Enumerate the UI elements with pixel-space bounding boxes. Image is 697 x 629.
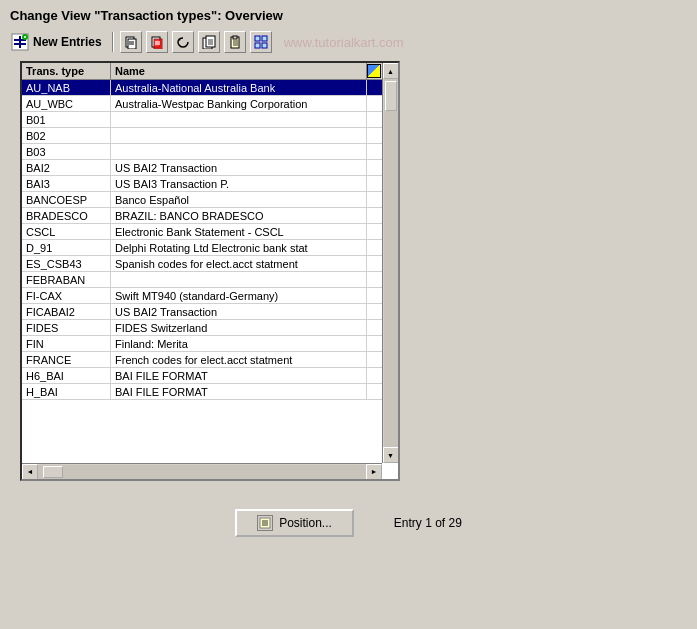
cell-name: Swift MT940 (standard-Germany) [111, 288, 367, 304]
col-header-sort[interactable] [366, 63, 382, 80]
scroll-left-btn[interactable]: ◄ [22, 464, 38, 480]
position-button[interactable]: Position... [235, 509, 354, 537]
table-row[interactable]: H6_BAIBAI FILE FORMAT [22, 368, 382, 384]
vertical-scrollbar[interactable]: ▲ ▼ [382, 63, 398, 463]
table-row[interactable]: FEBRABAN [22, 272, 382, 288]
table-row[interactable]: B01 [22, 112, 382, 128]
svg-rect-22 [233, 36, 237, 39]
new-entries-icon [10, 32, 30, 52]
watermark-text: www.tutorialkart.com [284, 35, 404, 50]
cell-type: BANCOESP [22, 192, 111, 208]
cell-extra [366, 96, 382, 112]
entry-info: Entry 1 of 29 [394, 516, 462, 530]
cell-name: Australia-Westpac Banking Corporation [111, 96, 367, 112]
delete-icon [150, 35, 164, 49]
svg-rect-29 [262, 43, 267, 48]
cell-extra [366, 304, 382, 320]
table-row[interactable]: FICABAI2US BAI2 Transaction [22, 304, 382, 320]
svg-rect-26 [255, 36, 260, 41]
cell-extra [366, 128, 382, 144]
cell-extra [366, 240, 382, 256]
cell-extra [366, 80, 382, 96]
transaction-table: Trans. type Name AU_NABAustralia-Nationa… [22, 63, 382, 400]
scroll-track-v[interactable] [384, 79, 398, 447]
main-window: Change View "Transaction types": Overvie… [0, 0, 697, 629]
table-row[interactable]: FI-CAXSwift MT940 (standard-Germany) [22, 288, 382, 304]
table-row[interactable]: FINFinland: Merita [22, 336, 382, 352]
table-row[interactable]: BANCOESPBanco Español [22, 192, 382, 208]
sort-icon[interactable] [367, 64, 381, 78]
svg-rect-3 [19, 36, 21, 48]
cell-type: FIN [22, 336, 111, 352]
table-row[interactable]: AU_WBCAustralia-Westpac Banking Corporat… [22, 96, 382, 112]
cell-type: B03 [22, 144, 111, 160]
position-button-label: Position... [279, 516, 332, 530]
cell-name: Electronic Bank Statement - CSCL [111, 224, 367, 240]
table-row[interactable]: CSCLElectronic Bank Statement - CSCL [22, 224, 382, 240]
toolbar-btn-6[interactable] [250, 31, 272, 53]
svg-rect-17 [206, 36, 215, 47]
cell-type: FEBRABAN [22, 272, 111, 288]
table-container: ▲ ▼ ◄ ► Tr [20, 61, 400, 481]
cell-extra [366, 208, 382, 224]
table-row[interactable]: BRADESCOBRAZIL: BANCO BRADESCO [22, 208, 382, 224]
cell-name: FIDES Switzerland [111, 320, 367, 336]
cell-extra [366, 160, 382, 176]
cell-name: Finland: Merita [111, 336, 367, 352]
cell-extra [366, 384, 382, 400]
table-row[interactable]: H_BAIBAI FILE FORMAT [22, 384, 382, 400]
toolbar-btn-1[interactable] [120, 31, 142, 53]
toolbar-separator-1 [112, 32, 114, 52]
cell-extra [366, 256, 382, 272]
new-entries-button[interactable]: New Entries [10, 32, 106, 52]
cell-extra [366, 272, 382, 288]
cell-extra [366, 176, 382, 192]
cell-type: H6_BAI [22, 368, 111, 384]
table-row[interactable]: AU_NABAustralia-National Australia Bank [22, 80, 382, 96]
scroll-up-btn[interactable]: ▲ [383, 63, 399, 79]
cell-extra [366, 368, 382, 384]
cell-name: BAI FILE FORMAT [111, 384, 367, 400]
cell-extra [366, 224, 382, 240]
scroll-thumb-h[interactable] [43, 466, 63, 478]
toolbar-btn-4[interactable] [198, 31, 220, 53]
cell-name: Banco Español [111, 192, 367, 208]
cell-type: BAI3 [22, 176, 111, 192]
scroll-thumb-v[interactable] [385, 81, 397, 111]
horizontal-scrollbar[interactable]: ◄ ► [22, 463, 382, 479]
cell-type: AU_WBC [22, 96, 111, 112]
table-row[interactable]: FIDESFIDES Switzerland [22, 320, 382, 336]
cell-type: FICABAI2 [22, 304, 111, 320]
cell-name [111, 112, 367, 128]
cell-type: ES_CSB43 [22, 256, 111, 272]
toolbar-btn-5[interactable] [224, 31, 246, 53]
cell-name: French codes for elect.acct statment [111, 352, 367, 368]
cell-name: BAI FILE FORMAT [111, 368, 367, 384]
cell-name: BRAZIL: BANCO BRADESCO [111, 208, 367, 224]
table-row[interactable]: D_91Delphi Rotating Ltd Electronic bank … [22, 240, 382, 256]
table-row[interactable]: FRANCEFrench codes for elect.acct statme… [22, 352, 382, 368]
scroll-right-btn[interactable]: ► [366, 464, 382, 480]
table-row[interactable]: BAI2US BAI2 Transaction [22, 160, 382, 176]
table-row[interactable]: B02 [22, 128, 382, 144]
scroll-down-btn[interactable]: ▼ [383, 447, 399, 463]
window-title: Change View "Transaction types": Overvie… [10, 8, 283, 23]
cell-extra [366, 288, 382, 304]
toolbar-btn-2[interactable] [146, 31, 168, 53]
table-row[interactable]: B03 [22, 144, 382, 160]
table-row[interactable]: ES_CSB43Spanish codes for elect.acct sta… [22, 256, 382, 272]
cell-type: B02 [22, 128, 111, 144]
col-header-name: Name [111, 63, 367, 80]
cell-type: FIDES [22, 320, 111, 336]
cell-name: Spanish codes for elect.acct statment [111, 256, 367, 272]
cell-extra [366, 352, 382, 368]
toolbar-btn-3[interactable] [172, 31, 194, 53]
cell-extra [366, 144, 382, 160]
cell-extra [366, 320, 382, 336]
cell-type: AU_NAB [22, 80, 111, 96]
table-row[interactable]: BAI3US BAI3 Transaction P. [22, 176, 382, 192]
new-entries-label: New Entries [33, 35, 102, 49]
cell-name: Australia-National Australia Bank [111, 80, 367, 96]
cell-extra [366, 192, 382, 208]
scroll-track-h[interactable] [38, 465, 366, 479]
